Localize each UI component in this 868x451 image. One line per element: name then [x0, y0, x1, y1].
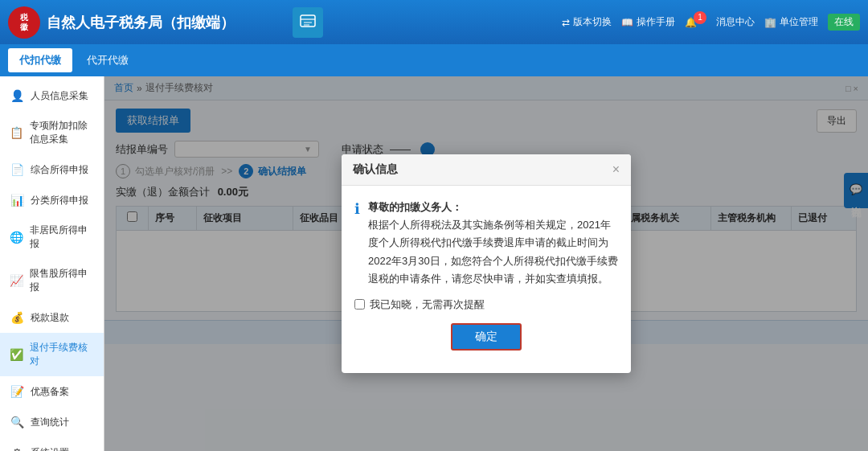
person-icon: 👤 [10, 88, 24, 103]
globe-icon: 🌐 [10, 230, 23, 244]
sidebar: 👤 人员信息采集 📋 专项附加扣除信息采集 📄 综合所得申报 📊 分类所得申报 … [0, 76, 104, 451]
modal-info: ℹ 尊敬的扣缴义务人： 根据个人所得税法及其实施条例等相关规定，2021年度个人… [354, 199, 618, 287]
sidebar-item-classified[interactable]: 📊 分类所得申报 [0, 185, 104, 215]
modal-checkbox-row: 我已知晓，无需再次提醒 [354, 297, 618, 312]
no-remind-label: 我已知晓，无需再次提醒 [370, 297, 485, 312]
modal-content: 根据个人所得税法及其实施条例等相关规定，2021年度个人所得税代扣代缴手续费退库… [368, 219, 618, 284]
app-icon [293, 7, 323, 38]
sub-header: 代扣代缴 代开代缴 [0, 44, 868, 76]
top-bar: 税徽 自然人电子税务局（扣缴端） ⇄ 版本切换 📖 操作手册 🔔 1 消息中心 … [0, 0, 868, 44]
clipboard-icon: 📋 [10, 125, 23, 140]
unit-manage-btn[interactable]: 🏢 单位管理 [764, 15, 818, 29]
modal-body: ℹ 尊敬的扣缴义务人： 根据个人所得税法及其实施条例等相关规定，2021年度个人… [342, 186, 631, 372]
sidebar-item-restricted[interactable]: 📈 限售股所得申报 [0, 259, 104, 302]
search-icon: 🔍 [10, 415, 24, 429]
app-logo: 税徽 [8, 6, 40, 39]
sidebar-item-settings[interactable]: ⚙ 系统设置 [0, 437, 104, 451]
top-actions: ⇄ 版本切换 📖 操作手册 🔔 1 消息中心 🏢 单位管理 在线 [562, 14, 860, 31]
gear-icon: ⚙ [10, 445, 24, 451]
version-label: 版本切换 [573, 15, 612, 29]
sidebar-label-special: 专项附加扣除信息采集 [30, 119, 94, 146]
modal-close-btn[interactable]: × [612, 162, 620, 177]
sidebar-item-refund[interactable]: 💰 税款退款 [0, 302, 104, 333]
app-title: 自然人电子税务局（扣缴端） [47, 13, 286, 32]
unit-label: 单位管理 [780, 15, 818, 29]
modal-dialog: 确认信息 × ℹ 尊敬的扣缴义务人： 根据个人所得税法及其实施条例等相关规定，2… [342, 154, 631, 372]
sub-nav-withholding[interactable]: 代扣代缴 [8, 48, 72, 72]
no-remind-checkbox[interactable] [354, 299, 365, 310]
modal-title: 确认信息 [353, 162, 398, 177]
modal-greeting: 尊敬的扣缴义务人： [368, 201, 462, 213]
sidebar-item-comprehensive[interactable]: 📄 综合所得申报 [0, 154, 104, 185]
main-layout: 👤 人员信息采集 📋 专项附加扣除信息采集 📄 综合所得申报 📊 分类所得申报 … [0, 76, 868, 451]
sidebar-label-preferential: 优惠备案 [31, 385, 69, 399]
manual-icon: 📖 [621, 17, 633, 28]
sidebar-label-refund: 税款退款 [31, 311, 69, 325]
trend-icon: 📈 [10, 273, 23, 288]
sidebar-label-nonresident: 非居民所得申报 [30, 223, 94, 251]
logo-text: 税徽 [20, 13, 28, 32]
check-icon: ✅ [10, 347, 23, 362]
doc-icon: 📄 [10, 162, 24, 177]
sidebar-label-settings: 系统设置 [31, 446, 69, 452]
modal-info-text: 尊敬的扣缴义务人： 根据个人所得税法及其实施条例等相关规定，2021年度个人所得… [368, 199, 618, 287]
version-switch[interactable]: ⇄ 版本切换 [562, 15, 612, 29]
sidebar-item-query[interactable]: 🔍 查询统计 [0, 407, 104, 437]
manual-label: 操作手册 [637, 15, 675, 29]
manual-btn[interactable]: 📖 操作手册 [621, 15, 675, 29]
note-icon: 📝 [10, 384, 24, 399]
sidebar-label-classified: 分类所得申报 [31, 194, 88, 207]
sidebar-label-fee-reconcile: 退付手续费核对 [30, 341, 94, 368]
sidebar-item-nonresident[interactable]: 🌐 非居民所得申报 [0, 215, 104, 259]
modal-confirm-btn[interactable]: 确定 [451, 323, 522, 351]
online-status: 在线 [828, 14, 860, 31]
sidebar-item-personnel[interactable]: 👤 人员信息采集 [0, 80, 104, 111]
modal-header: 确认信息 × [342, 154, 631, 186]
message-center-btn[interactable]: 🔔 1 消息中心 [685, 15, 755, 29]
message-label: 消息中心 [716, 15, 755, 29]
sidebar-item-fee-reconcile[interactable]: ✅ 退付手续费核对 [0, 333, 104, 376]
modal-footer: 确定 [354, 323, 618, 363]
money-icon: 💰 [10, 310, 24, 325]
content-area: 首页 » 退付手续费核对 □ × 获取结报单 导出 结报单编号 ▼ [104, 76, 868, 451]
sidebar-label-query: 查询统计 [31, 416, 69, 429]
info-icon: ℹ [354, 200, 360, 287]
chart-icon: 📊 [10, 193, 24, 207]
sidebar-label-restricted: 限售股所得申报 [30, 267, 94, 294]
sidebar-item-special[interactable]: 📋 专项附加扣除信息采集 [0, 111, 104, 154]
sidebar-label-personnel: 人员信息采集 [31, 89, 88, 103]
sidebar-item-preferential[interactable]: 📝 优惠备案 [0, 376, 104, 407]
notification-badge: 1 [694, 11, 706, 24]
version-icon: ⇄ [562, 17, 570, 28]
unit-icon: 🏢 [764, 17, 776, 28]
sub-nav-agency[interactable]: 代开代缴 [76, 48, 140, 72]
modal-overlay: 确认信息 × ℹ 尊敬的扣缴义务人： 根据个人所得税法及其实施条例等相关规定，2… [104, 76, 868, 451]
sidebar-label-comprehensive: 综合所得申报 [31, 163, 88, 177]
